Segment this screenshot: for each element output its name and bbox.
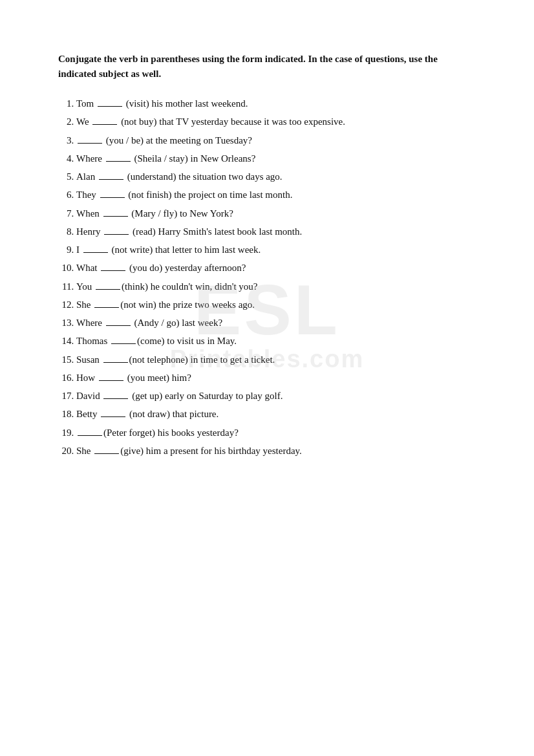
- list-item: (you / be) at the meeting on Tuesday?: [76, 132, 476, 149]
- blank-14: [111, 343, 136, 344]
- exercise-list: Tom (visit) his mother last weekend. We …: [58, 95, 476, 459]
- list-item: What (you do) yesterday afternoon?: [76, 259, 476, 276]
- blank-2: [92, 124, 117, 125]
- blank-20: [94, 453, 119, 454]
- blank-6: [100, 197, 125, 198]
- blank-4: [106, 161, 131, 162]
- blank-10: [101, 270, 125, 271]
- list-item: Tom (visit) his mother last weekend.: [76, 95, 476, 112]
- list-item: When (Mary / fly) to New York?: [76, 205, 476, 222]
- instructions: Conjugate the verb in parentheses using …: [58, 52, 476, 81]
- list-item: How (you meet) him?: [76, 369, 476, 386]
- list-item: Alan (understand) the situation two days…: [76, 168, 476, 185]
- blank-19: [78, 435, 102, 436]
- blank-7: [103, 216, 128, 217]
- blank-9: [83, 252, 108, 253]
- blank-13: [106, 325, 131, 326]
- blank-16: [99, 380, 123, 381]
- list-item: (Peter forget) his books yesterday?: [76, 424, 476, 441]
- blank-1: [98, 106, 122, 107]
- blank-8: [104, 234, 129, 235]
- list-item: We (not buy) that TV yesterday because i…: [76, 113, 476, 130]
- blank-17: [103, 398, 128, 399]
- list-item: David (get up) early on Saturday to play…: [76, 387, 476, 404]
- blank-3: [78, 143, 102, 144]
- list-item: I (not write) that letter to him last we…: [76, 241, 476, 258]
- page: Conjugate the verb in parentheses using …: [0, 0, 534, 499]
- list-item: Susan (not telephone) in time to get a t…: [76, 351, 476, 368]
- list-item: You (think) he couldn't win, didn't you?: [76, 278, 476, 295]
- blank-11: [96, 289, 120, 290]
- blank-5: [99, 179, 123, 180]
- list-item: Where (Andy / go) last week?: [76, 314, 476, 331]
- blank-15: [103, 362, 128, 363]
- list-item: Betty (not draw) that picture.: [76, 405, 476, 422]
- list-item: She (not win) the prize two weeks ago.: [76, 296, 476, 313]
- list-item: She (give) him a present for his birthda…: [76, 442, 476, 459]
- list-item: They (not finish) the project on time la…: [76, 186, 476, 203]
- list-item: Henry (read) Harry Smith's latest book l…: [76, 223, 476, 240]
- blank-18: [101, 416, 125, 417]
- list-item: Where (Sheila / stay) in New Orleans?: [76, 150, 476, 167]
- blank-12: [94, 307, 119, 308]
- list-item: Thomas (come) to visit us in May.: [76, 332, 476, 349]
